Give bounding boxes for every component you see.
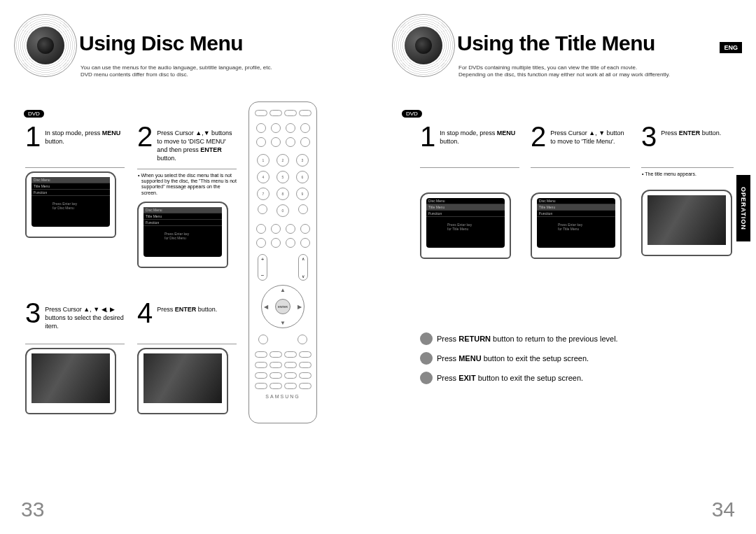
page-subtitle-right: For DVDs containing multiple titles, you… <box>458 64 735 79</box>
step-text: Press Cursor ▲,▼ buttons to move to 'DIS… <box>157 125 237 163</box>
dvd-badge: DVD <box>24 110 44 118</box>
bullet-menu: Press MENU button to exit the setup scre… <box>420 352 728 365</box>
step-number: 2 <box>531 125 546 148</box>
tv-screen <box>25 348 116 414</box>
step-text: In stop mode, press MENU button. <box>45 125 125 146</box>
step-number: 3 <box>25 301 41 325</box>
speaker-icon <box>14 14 77 77</box>
bullet-icon <box>420 332 433 345</box>
bullet-exit: Press EXIT button to exit the setup scre… <box>420 372 728 384</box>
dpad: ENTER ▲ ▼ ◀ ▶ <box>261 285 304 328</box>
step-note: • The title menu appears. <box>641 171 734 177</box>
bullet-text: Press MENU button to exit the setup scre… <box>437 354 589 363</box>
remote-control: 123 456 789 0 +− ∧∨ ENTER ▲ ▼ ◀ ▶ SAMSUN… <box>248 101 317 423</box>
step-3: 3 Press Cursor ▲, ▼ ◀, ▶ buttons to sele… <box>25 301 125 414</box>
page-subtitle-left: You can use the menus for the audio lang… <box>80 64 357 79</box>
step-number: 3 <box>641 125 657 148</box>
step-note: • When you select the disc menu that is … <box>137 173 237 197</box>
step-number: 4 <box>137 301 153 325</box>
step-text: Press Cursor ▲, ▼ button to move to 'Tit… <box>550 125 630 146</box>
step-1: 1 In stop mode, press MENU button. Disc … <box>25 125 125 238</box>
step-2: 2 Press Cursor ▲, ▼ button to move to 'T… <box>531 125 630 259</box>
tv-screen: Disc Menu Title Menu Function Press Ente… <box>137 202 228 268</box>
bullet-text: Press EXIT button to exit the setup scre… <box>437 374 583 382</box>
step-number: 1 <box>420 125 435 148</box>
bullet-icon <box>420 352 433 365</box>
step-text: In stop mode, press MENU button. <box>440 125 519 146</box>
step-text: Press Cursor ▲, ▼ ◀, ▶ buttons to select… <box>45 301 125 330</box>
tv-screen: Disc Menu Title Menu Function Press Ente… <box>25 171 116 238</box>
step-2: 2 Press Cursor ▲,▼ buttons to move to 'D… <box>137 125 237 268</box>
page-title-left: Using Disc Menu <box>79 31 243 55</box>
step-text: Press ENTER button. <box>157 301 217 314</box>
bullet-return: Press RETURN button to return to the pre… <box>420 332 728 345</box>
bullet-text: Press RETURN button to return to the pre… <box>437 335 618 343</box>
page-33: Using Disc Menu You can use the menus fo… <box>0 0 378 534</box>
speaker-icon <box>392 14 455 77</box>
page-number: 34 <box>712 498 735 521</box>
step-number: 2 <box>137 125 153 148</box>
instruction-bullets: Press RETURN button to return to the pre… <box>420 325 728 391</box>
operation-tab: OPERATION <box>736 175 750 241</box>
step-text: Press ENTER button. <box>661 125 721 137</box>
enter-button: ENTER <box>275 299 290 314</box>
page-title-right: Using the Title Menu <box>457 31 655 55</box>
page-number: 33 <box>21 498 44 521</box>
bullet-icon <box>420 372 433 384</box>
step-4: 4 Press ENTER button. <box>137 301 237 414</box>
tv-screen <box>641 190 732 256</box>
remote-brand: SAMSUNG <box>249 394 316 399</box>
tv-screen <box>137 348 228 414</box>
tv-screen: Disc Menu Title Menu Function Press Ente… <box>420 192 511 259</box>
lang-badge: ENG <box>720 42 742 53</box>
step-3: 3 Press ENTER button. • The title menu a… <box>641 125 734 256</box>
step-1: 1 In stop mode, press MENU button. Disc … <box>420 125 519 259</box>
tv-screen: Disc Menu Title Menu Function Press Ente… <box>531 192 622 259</box>
dvd-badge: DVD <box>402 110 422 118</box>
page-34: Using the Title Menu For DVDs containing… <box>378 0 756 534</box>
step-number: 1 <box>25 125 41 148</box>
